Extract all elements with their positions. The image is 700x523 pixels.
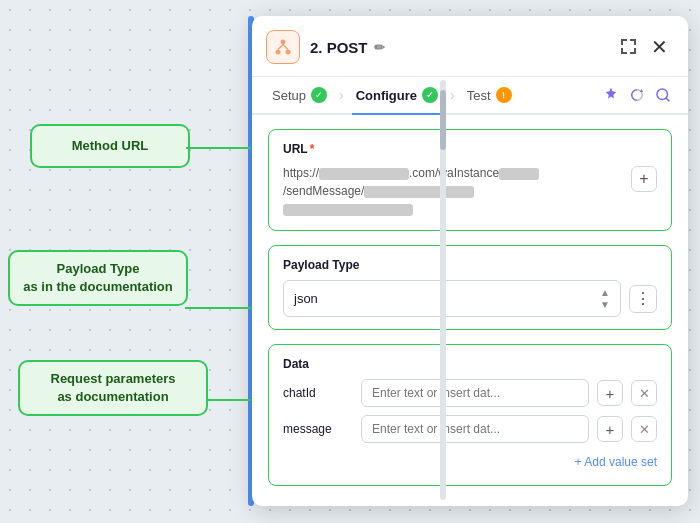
main-panel: 2. POST ✏ ✕ Setup ✓ › Configure ✓ › Test… [252,16,688,506]
payload-kebab-button[interactable]: ⋮ [629,285,657,313]
url-blur-2 [499,168,539,180]
payload-type-label: Payload Type [283,258,657,272]
callout-method-url: Method URL [30,124,190,168]
data-value-chatid[interactable] [361,379,589,407]
refresh-button[interactable] [628,86,646,104]
panel-tabs: Setup ✓ › Configure ✓ › Test ! [252,77,688,115]
panel-icon-wrap [266,30,300,64]
arrow-down: ▼ [600,299,610,310]
tab-test[interactable]: Test ! [463,77,516,113]
url-section: URL* https://.com/waInstance /sendMessag… [268,129,672,231]
search-icon [654,86,672,104]
required-indicator: * [310,142,315,156]
data-add-chatid-button[interactable]: + [597,380,623,406]
data-label: Data [283,357,657,371]
url-blur-1 [319,168,409,180]
data-row-chatid: chatId + ✕ [283,379,657,407]
data-section: Data chatId + ✕ message + ✕ + Add value … [268,344,672,486]
panel-title-area: 2. POST ✏ [266,30,385,64]
url-blur-3 [364,186,474,198]
refresh-icon [628,86,646,104]
panel-body: URL* https://.com/waInstance /sendMessag… [252,115,688,506]
select-arrows: ▲ ▼ [600,287,610,310]
panel-title-text: 2. POST [310,39,368,56]
data-row-message: message + ✕ [283,415,657,443]
url-domain-suffix: .com/waInstance [409,166,499,180]
url-text-area[interactable]: https://.com/waInstance /sendMessage/ [283,164,623,218]
expand-icon [621,39,637,55]
callout-payload-type-arrow [185,298,257,318]
test-warn-icon: ! [496,87,512,103]
callout-request-params-arrow [206,390,256,410]
search-button[interactable] [654,86,672,104]
setup-check-icon: ✓ [311,87,327,103]
magic-icon [602,86,620,104]
edit-icon[interactable]: ✏ [374,40,385,55]
tab-setup[interactable]: Setup ✓ [268,77,331,113]
magic-button[interactable] [602,86,620,104]
payload-type-select[interactable]: json ▲ ▼ [283,280,621,317]
add-value-set-row: + Add value set [283,451,657,473]
data-add-message-button[interactable]: + [597,416,623,442]
url-blur-4 [283,204,413,216]
expand-button[interactable] [619,37,639,57]
url-add-button[interactable]: + [631,166,657,192]
callout-method-url-arrow [186,138,256,158]
url-field: https://.com/waInstance /sendMessage/ + [283,164,657,218]
tab-setup-label: Setup [272,88,306,103]
tab-configure-label: Configure [356,88,417,103]
data-key-chatid: chatId [283,386,353,400]
panel-title: 2. POST ✏ [310,39,385,56]
panel-header: 2. POST ✏ ✕ [252,16,688,77]
configure-check-icon: ✓ [422,87,438,103]
url-prefix: https:// [283,166,319,180]
tab-sep-1: › [339,87,344,103]
add-value-set-button[interactable]: + Add value set [575,451,657,473]
callout-method-url-text: Method URL [72,137,149,155]
callout-payload-type: Payload Typeas in the documentation [8,250,188,306]
webhook-icon [273,37,293,57]
callout-request-params: Request parametersas documentation [18,360,208,416]
panel-header-actions: ✕ [619,33,670,61]
url-path-prefix: /sendMessage/ [283,184,364,198]
tab-test-label: Test [467,88,491,103]
data-value-message[interactable] [361,415,589,443]
tab-configure[interactable]: Configure ✓ [352,77,442,113]
payload-select-row: json ▲ ▼ ⋮ [283,280,657,317]
close-button[interactable]: ✕ [649,33,670,61]
callout-request-params-text: Request parametersas documentation [51,371,176,404]
payload-type-value: json [294,291,318,306]
scrollbar-thumb[interactable] [440,90,446,150]
data-remove-message-button[interactable]: ✕ [631,416,657,442]
data-key-message: message [283,422,353,436]
add-value-set-label: + Add value set [575,455,657,469]
panel-scrollbar[interactable] [440,80,446,500]
callout-payload-type-text: Payload Typeas in the documentation [23,261,173,294]
tab-sep-2: › [450,87,455,103]
payload-type-section: Payload Type json ▲ ▼ ⋮ [268,245,672,330]
tab-actions [602,86,672,104]
data-remove-chatid-button[interactable]: ✕ [631,380,657,406]
url-label: URL* [283,142,657,156]
arrow-up: ▲ [600,287,610,298]
